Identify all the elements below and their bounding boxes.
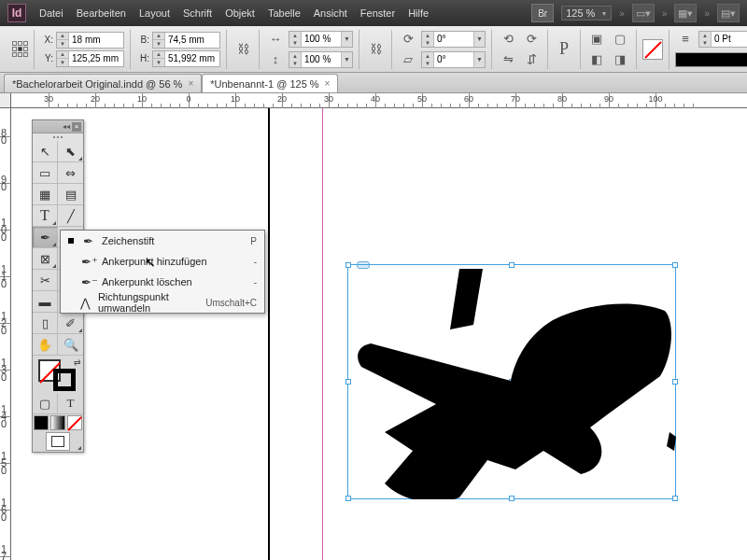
select-container-icon[interactable]: ▣	[586, 30, 607, 49]
eyedropper-tool[interactable]: ✐	[58, 313, 83, 333]
margin-guide	[322, 108, 323, 560]
scale-x-input[interactable]: ▲▼▼	[289, 31, 353, 48]
swap-icon[interactable]: ⇄	[74, 357, 81, 367]
scale-y-icon: ↕	[265, 50, 286, 69]
canvas[interactable]	[11, 108, 747, 560]
hand-tool[interactable]: ✋	[33, 334, 58, 355]
zoom-level-combo[interactable]: 125 %	[561, 6, 612, 21]
pen-tool[interactable]: ✒	[33, 227, 58, 247]
vertical-ruler[interactable]: 8090100110120130140150160170180	[0, 108, 11, 560]
panel-header[interactable]: ◂◂×	[33, 120, 83, 133]
content-placer-tool[interactable]: ▤	[58, 184, 83, 204]
rotate-ccw-icon[interactable]: ⟲	[498, 30, 518, 49]
content-collector-tool[interactable]: ▦	[33, 184, 58, 204]
menu-type[interactable]: Schrift	[183, 7, 212, 19]
ruler-origin[interactable]	[0, 93, 11, 108]
zoom-tool[interactable]: 🔍	[58, 334, 83, 355]
menu-file[interactable]: Datei	[39, 7, 63, 19]
document-tabs: *Bachelorarbeit Original.indd @ 56 %× *U…	[0, 73, 747, 93]
type-tool[interactable]: T	[33, 205, 58, 226]
document-tab[interactable]: *Bachelorarbeit Original.indd @ 56 %×	[4, 74, 202, 92]
x-input[interactable]: ▲▼	[56, 32, 124, 49]
flyout-item-pen[interactable]: ✒ZeichenstiftP	[61, 231, 264, 251]
page-edge	[268, 108, 270, 560]
note-tool[interactable]: ▯	[33, 313, 58, 333]
h-label: H:	[136, 53, 149, 63]
document-tab[interactable]: *Unbenannt-1 @ 125 %×	[202, 74, 338, 92]
chevron-icon: »	[619, 8, 625, 19]
height-input[interactable]: ▲▼	[152, 50, 220, 67]
rotate-icon: ⟳	[398, 30, 418, 49]
menu-help[interactable]: Hilfe	[408, 7, 429, 19]
menu-window[interactable]: Fenster	[360, 7, 395, 19]
apply-gradient-button[interactable]	[50, 415, 65, 430]
y-input[interactable]: ▲▼	[56, 50, 124, 67]
menu-layout[interactable]: Layout	[139, 7, 170, 19]
menu-object[interactable]: Objekt	[225, 7, 255, 19]
menu-table[interactable]: Tabelle	[268, 7, 301, 19]
flyout-item-add-anchor[interactable]: ✒⁺Ankerpunkt hinzufügen-	[61, 251, 264, 272]
close-icon[interactable]: ×	[325, 78, 331, 89]
formatting-container-icon[interactable]: ▢	[33, 393, 58, 413]
stroke-weight-input[interactable]: ▲▼▼	[698, 31, 747, 48]
width-input[interactable]: ▲▼	[152, 32, 220, 49]
scissors-tool[interactable]: ✂	[33, 270, 58, 290]
flyout-item-convert[interactable]: ⋀Richtungspunkt umwandelnUmschalt+C	[61, 292, 264, 313]
horizontal-ruler[interactable]: 3020100102030405060708090100	[11, 93, 747, 108]
arrange-button[interactable]: ▦▾	[674, 4, 697, 22]
stroke-style-swatch[interactable]	[675, 52, 747, 67]
reference-point-icon[interactable]	[11, 41, 28, 58]
shear-icon: ▱	[398, 50, 418, 69]
stroke-weight-icon: ≡	[675, 30, 696, 49]
apply-color-button[interactable]	[34, 415, 49, 430]
x-label: X:	[40, 35, 53, 45]
close-icon[interactable]: ×	[188, 78, 193, 89]
gap-tool[interactable]: ⇔	[58, 162, 83, 183]
gradient-swatch-tool[interactable]: ▬	[33, 291, 58, 312]
rectangle-frame-tool[interactable]: ⊠	[33, 248, 58, 269]
line-tool[interactable]: ╱	[58, 205, 83, 226]
pen-plus-icon: ✒⁺	[81, 255, 94, 269]
scale-y-input[interactable]: ▲▼▼	[289, 51, 353, 68]
pen-tool-flyout: ✒ZeichenstiftP ✒⁺Ankerpunkt hinzufügen- …	[60, 230, 265, 314]
select-content-icon[interactable]: ▢	[610, 30, 630, 49]
p-icon: P	[554, 40, 574, 59]
chevron-icon: »	[704, 8, 710, 19]
y-label: Y:	[40, 53, 53, 63]
tab-label: *Unbenannt-1 @ 125 %	[210, 78, 318, 90]
close-icon[interactable]: ×	[72, 122, 81, 132]
application-menubar: Id Datei Bearbeiten Layout Schrift Objek…	[0, 0, 747, 26]
screen-mode-button[interactable]: ▭▾	[632, 4, 655, 22]
formatting-text-icon[interactable]: T	[58, 393, 83, 413]
rotate-cw-icon[interactable]: ⟳	[521, 30, 542, 49]
fill-swatch[interactable]	[642, 39, 663, 60]
menu-edit[interactable]: Bearbeiten	[77, 7, 126, 19]
fill-stroke-control[interactable]: ⇄	[33, 356, 85, 393]
flyout-item-delete-anchor[interactable]: ✒⁻Ankerpunkt löschen-	[61, 272, 264, 292]
collapse-icon[interactable]: ◂◂	[63, 122, 70, 131]
bridge-button[interactable]: Br	[531, 4, 554, 22]
constrain-icon[interactable]: ⛓	[365, 40, 386, 59]
page-tool[interactable]: ▭	[33, 162, 58, 183]
select-next-icon[interactable]: ◨	[610, 50, 630, 69]
flip-h-icon[interactable]: ⇋	[498, 50, 518, 69]
apply-none-button[interactable]	[67, 415, 82, 430]
link-icon[interactable]: ⛓	[233, 40, 253, 59]
flip-v-icon[interactable]: ⇵	[521, 50, 542, 69]
item-label: Ankerpunkt löschen	[102, 276, 192, 287]
color-apply-row	[33, 414, 83, 431]
shortcut: Umschalt+C	[205, 298, 257, 308]
view-mode-button[interactable]	[46, 432, 70, 451]
direct-selection-tool[interactable]: ⬉	[58, 141, 83, 161]
selection-tool[interactable]: ↖	[33, 141, 58, 161]
shear-input[interactable]: ▲▼▼	[421, 51, 486, 68]
placed-image[interactable]	[347, 264, 676, 499]
checkmark-icon	[68, 238, 74, 244]
menu-view[interactable]: Ansicht	[314, 7, 347, 19]
convert-point-icon: ⋀	[80, 296, 91, 310]
rotation-input[interactable]: ▲▼▼	[421, 31, 486, 48]
item-label: Zeichenstift	[102, 235, 154, 246]
select-prev-icon[interactable]: ◧	[586, 50, 607, 69]
stroke-swatch[interactable]	[53, 369, 76, 391]
workspace-button[interactable]: ▤▾	[717, 4, 740, 22]
